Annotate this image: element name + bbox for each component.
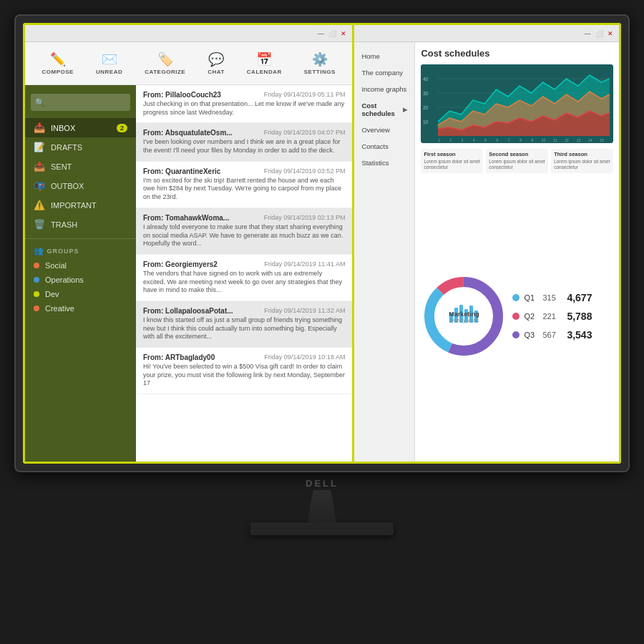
svg-text:8: 8 <box>520 139 522 142</box>
dell-logo: DELL <box>306 478 338 489</box>
svg-text:1: 1 <box>438 139 440 142</box>
settings-icon: ⚙️ <box>312 52 328 67</box>
email-item-0[interactable]: From: PillalooCouch23 Friday 09/14/2019 … <box>136 85 352 123</box>
svg-text:4: 4 <box>473 139 475 142</box>
categorize-label: CATEGORIZE <box>145 69 185 75</box>
monitor-neck <box>304 490 340 522</box>
email-item-6[interactable]: From: ARTbaglady00 Friday 09/14/2019 10:… <box>136 348 352 394</box>
sidebar-item-drafts[interactable]: 📝 DRAFTS <box>25 137 136 157</box>
donut-sub: Weekly Visits <box>449 318 479 323</box>
email-date-4: Friday 09/14/2019 11:41 AM <box>264 260 345 268</box>
important-icon: ⚠️ <box>34 200 45 210</box>
monitor-base <box>250 522 394 535</box>
dashboard-content: Cost schedules <box>415 42 619 462</box>
compose-icon: ✏️ <box>50 52 66 67</box>
email-date-3: Friday 09/14/2019 02:13 PM <box>264 214 346 222</box>
svg-text:11: 11 <box>554 139 558 142</box>
chat-icon: 💬 <box>208 52 224 67</box>
email-from-4: From: Georgiemyers2 <box>143 260 218 268</box>
nav-item-contacts[interactable]: Contacts <box>354 138 414 155</box>
dashboard-titlebar: — ⬜ ✕ <box>354 25 619 42</box>
email-item-2[interactable]: From: QuarantineXeric Friday 09/14/2019 … <box>136 162 352 208</box>
nav-home-label: Home <box>361 52 379 60</box>
q1-dot <box>512 294 519 301</box>
svg-text:20: 20 <box>423 105 429 110</box>
sidebar-item-sent[interactable]: 📤 SENT <box>25 157 136 176</box>
season-third-text: Lorem ipsum dolor sit amet consectetur <box>554 159 610 171</box>
unread-label: UNREAD <box>96 69 122 75</box>
nav-item-income[interactable]: Income graphs <box>354 81 414 97</box>
svg-text:2: 2 <box>450 139 452 142</box>
sidebar-item-social[interactable]: Social <box>25 258 136 273</box>
nav-arrow-icon: ▶ <box>403 107 407 113</box>
email-from-0: From: PillalooCouch23 <box>143 91 221 99</box>
chat-label: CHAT <box>208 69 225 75</box>
nav-item-company[interactable]: The company <box>354 64 414 81</box>
email-preview-5: I know this started off as just a small … <box>143 316 345 341</box>
trash-label: TRASH <box>51 220 77 229</box>
nav-item-home[interactable]: Home <box>354 48 414 64</box>
inbox-label: INBOX <box>51 124 75 132</box>
svg-text:3: 3 <box>462 139 464 142</box>
search-box[interactable]: 🔍 <box>31 94 130 111</box>
svg-text:9: 9 <box>532 139 534 142</box>
nav-item-overview[interactable]: Overview <box>354 122 414 138</box>
maximize-icon[interactable]: ⬜ <box>328 29 336 38</box>
sidebar-item-outbox[interactable]: 📭 OUTBOX <box>25 176 136 195</box>
settings-button[interactable]: ⚙️ SETTINGS <box>304 52 336 75</box>
creative-label: Creative <box>45 304 74 313</box>
email-from-1: From: AbsquatulateOsm... <box>143 129 233 137</box>
dash-close-icon[interactable]: ✕ <box>606 29 615 38</box>
nav-income-label: Income graphs <box>361 85 406 93</box>
svg-text:5: 5 <box>485 139 487 142</box>
unread-button[interactable]: ✉️ UNREAD <box>96 52 122 75</box>
season-third-title: Third season <box>554 151 610 157</box>
email-date-2: Friday 09/14/2019 03:52 PM <box>264 167 346 175</box>
seasons-row: First season Lorem ipsum dolor sit amet … <box>421 149 613 173</box>
minimize-icon[interactable]: — <box>316 29 325 38</box>
email-item-3[interactable]: From: TomahawkWoma... Friday 09/14/2019 … <box>136 208 352 255</box>
close-icon[interactable]: ✕ <box>339 29 348 38</box>
season-first-title: First season <box>424 151 480 157</box>
chat-button[interactable]: 💬 CHAT <box>208 52 225 75</box>
sidebar-item-dev[interactable]: Dev <box>25 287 136 301</box>
q1-num1: 315 <box>542 293 562 302</box>
svg-text:12: 12 <box>565 139 570 142</box>
nav-item-statistics[interactable]: Statistics <box>354 155 414 171</box>
season-third: Third season Lorem ipsum dolor sit amet … <box>551 149 613 173</box>
chart-title: Cost schedules <box>421 48 613 59</box>
categorize-button[interactable]: 🏷️ CATEGORIZE <box>145 52 185 75</box>
sidebar-item-inbox[interactable]: 📥 INBOX 2 <box>25 118 136 137</box>
sidebar-item-important[interactable]: ⚠️ IMPORTANT <box>25 195 136 215</box>
stat-row-q1: Q1 315 4,677 <box>512 292 613 303</box>
drafts-label: DRAFTS <box>51 143 82 152</box>
dash-minimize-icon[interactable]: — <box>583 29 592 38</box>
nav-statistics-label: Statistics <box>361 159 389 167</box>
email-preview-2: I'm so excited for the ski trip! Barrett… <box>143 177 345 202</box>
email-list: From: PillalooCouch23 Friday 09/14/2019 … <box>136 85 352 462</box>
nav-overview-label: Overview <box>361 126 390 134</box>
email-item-5[interactable]: From: LollapaloosaPotat... Friday 09/14/… <box>136 301 352 348</box>
q3-num1: 567 <box>542 331 562 339</box>
calendar-button[interactable]: 📅 CALENDAR <box>247 52 282 75</box>
compose-button[interactable]: ✏️ COMPOSE <box>42 52 74 75</box>
nav-contacts-label: Contacts <box>361 142 389 150</box>
svg-text:10: 10 <box>542 139 546 142</box>
email-from-3: From: TomahawkWoma... <box>143 214 229 222</box>
svg-text:6: 6 <box>497 139 499 142</box>
email-item-4[interactable]: From: Georgiemyers2 Friday 09/14/2019 11… <box>136 255 352 301</box>
sidebar-divider <box>25 238 136 239</box>
email-item-1[interactable]: From: AbsquatulateOsm... Friday 09/14/20… <box>136 123 352 161</box>
search-icon: 🔍 <box>35 98 45 107</box>
season-second-text: Lorem ipsum dolor sit amet consectetur <box>489 159 545 171</box>
sent-icon: 📤 <box>34 161 45 172</box>
nav-item-cost[interactable]: Cost schedules ▶ <box>354 97 414 122</box>
sidebar-item-creative[interactable]: Creative <box>25 301 136 316</box>
email-date-0: Friday 09/14/2019 05:11 PM <box>264 91 346 99</box>
dashboard-nav: Home The company Income graphs Cost sche… <box>354 42 415 462</box>
email-preview-1: I've been looking over numbers and I thi… <box>143 138 345 155</box>
dash-maximize-icon[interactable]: ⬜ <box>595 29 603 38</box>
sidebar-item-operations[interactable]: Operations <box>25 273 136 287</box>
email-from-2: From: QuarantineXeric <box>143 167 220 175</box>
sidebar-item-trash[interactable]: 🗑️ TRASH <box>25 215 136 234</box>
